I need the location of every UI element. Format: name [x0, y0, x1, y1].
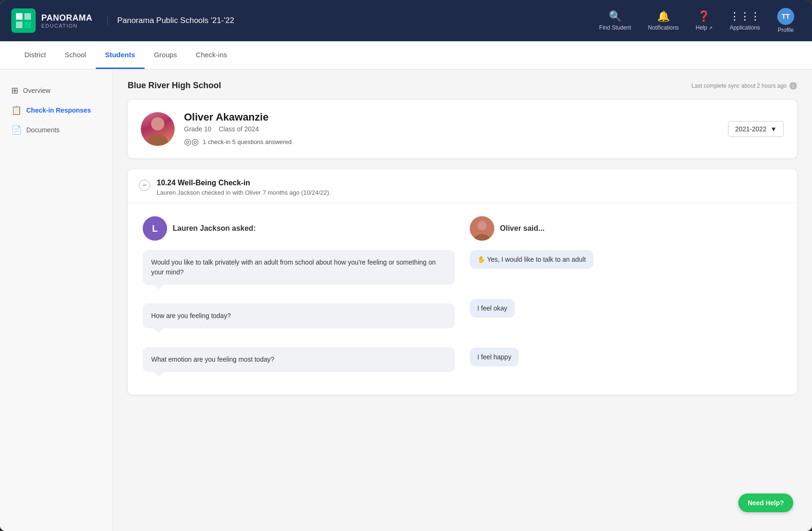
year-dropdown[interactable]: 2021-2022 ▼	[728, 121, 784, 137]
nav-icons: 🔍 Find Student 🔔 Notifications ❓ Help ↗ …	[593, 4, 801, 37]
chevron-down-icon: ▼	[770, 125, 777, 133]
svg-rect-2	[16, 22, 23, 28]
sidebar: ⊞ Overview 📋 Check-in Responses 📄 Docume…	[0, 69, 113, 531]
sync-info: Last complete sync about 2 hours ago i	[691, 82, 797, 90]
brand-text: PANORAMA EDUCATION	[41, 13, 92, 29]
school-name: Blue River High School	[128, 81, 221, 91]
brand-name: PANORAMA	[41, 13, 92, 23]
student-card: Oliver Akawanzie Grade 10 Class of 2024 …	[128, 100, 797, 158]
asker-avatar: L	[143, 216, 167, 241]
responder-header: Oliver said...	[470, 216, 782, 241]
org-title: Panorama Public Schools '21-'22	[107, 16, 593, 25]
svg-rect-3	[24, 22, 31, 28]
svg-point-5	[147, 134, 168, 146]
info-icon: i	[789, 82, 797, 90]
logo-icon	[11, 8, 36, 33]
secondary-navigation: District School Students Groups Check-in…	[0, 41, 812, 69]
checkin-title: 10.24 Well-Being Check-in	[157, 179, 331, 187]
book-icon: 📋	[11, 105, 22, 115]
checkin-section: − 10.24 Well-Being Check-in Lauren Jacks…	[128, 169, 797, 394]
sidebar-item-checkin-responses[interactable]: 📋 Check-in Responses	[0, 100, 112, 120]
answers-column: Oliver said... ✋ Yes, I would like to ta…	[470, 216, 782, 381]
answer-bubble-3: I feel happy	[470, 348, 519, 366]
svg-point-6	[151, 117, 164, 130]
qa-columns: L Lauren Jackson asked: Would you like t…	[143, 216, 782, 381]
questions-column: L Lauren Jackson asked: Would you like t…	[143, 216, 455, 379]
profile-button[interactable]: TT Profile	[771, 4, 801, 37]
sidebar-item-overview[interactable]: ⊞ Overview	[0, 81, 112, 100]
tab-school[interactable]: School	[55, 41, 96, 69]
checkin-icon: ◎◎	[184, 137, 199, 147]
sidebar-item-documents[interactable]: 📄 Documents	[0, 120, 112, 140]
profile-avatar: TT	[777, 8, 794, 25]
find-student-button[interactable]: 🔍 Find Student	[593, 7, 638, 35]
content-area: Blue River High School Last complete syn…	[113, 69, 812, 531]
tab-checkins[interactable]: Check-ins	[186, 41, 237, 69]
asker-header: L Lauren Jackson asked:	[143, 216, 455, 241]
student-avatar	[141, 112, 175, 146]
notifications-button[interactable]: 🔔 Notifications	[642, 7, 685, 35]
answer-bubble-2: I feel okay	[470, 299, 515, 318]
applications-button[interactable]: ⋮⋮⋮ Applications	[723, 7, 767, 35]
checkin-header: − 10.24 Well-Being Check-in Lauren Jacks…	[128, 169, 797, 203]
bell-icon: 🔔	[657, 10, 670, 23]
answer-bubble-1: ✋ Yes, I would like to talk to an adult	[470, 250, 593, 269]
student-info: Oliver Akawanzie Grade 10 Class of 2024 …	[184, 111, 719, 147]
grid-icon: ⋮⋮⋮	[729, 10, 760, 23]
document-icon: 📄	[11, 125, 22, 135]
question-bubble-2: How are you feeling today?	[143, 303, 455, 328]
svg-rect-1	[24, 13, 31, 20]
content-header: Blue River High School Last complete syn…	[128, 81, 797, 91]
need-help-button[interactable]: Need Help?	[738, 493, 793, 512]
main-content: ⊞ Overview 📋 Check-in Responses 📄 Docume…	[0, 69, 812, 531]
search-icon: 🔍	[609, 10, 621, 23]
student-checkin-summary: ◎◎ 1 check-in 5 questions answered	[184, 137, 719, 147]
question-bubble-1: Would you like to talk privately with an…	[143, 250, 455, 285]
top-navigation: PANORAMA EDUCATION Panorama Public Schoo…	[0, 0, 812, 41]
student-name: Oliver Akawanzie	[184, 111, 719, 123]
svg-rect-0	[16, 13, 23, 20]
checkin-subtitle: Lauren Jackson checked in with Oliver 7 …	[157, 189, 331, 196]
checkin-header-text: 10.24 Well-Being Check-in Lauren Jackson…	[157, 179, 331, 196]
responder-label: Oliver said...	[500, 224, 544, 233]
asker-label: Lauren Jackson asked:	[173, 224, 256, 233]
qa-section: L Lauren Jackson asked: Would you like t…	[128, 203, 797, 394]
tab-groups[interactable]: Groups	[145, 41, 186, 69]
tab-students[interactable]: Students	[96, 41, 145, 69]
student-avatar-image	[141, 112, 175, 146]
tab-district[interactable]: District	[15, 41, 55, 69]
brand-sub: EDUCATION	[41, 23, 92, 29]
student-meta: Grade 10 Class of 2024	[184, 125, 719, 133]
help-icon: ❓	[697, 10, 710, 23]
question-bubble-3: What emotion are you feeling most today?	[143, 347, 455, 372]
logo-area: PANORAMA EDUCATION	[11, 8, 92, 33]
responder-avatar	[470, 216, 494, 241]
help-button[interactable]: ❓ Help ↗	[689, 7, 719, 35]
grid-icon: ⊞	[11, 85, 18, 96]
collapse-button[interactable]: −	[139, 180, 150, 191]
svg-point-8	[477, 221, 487, 230]
